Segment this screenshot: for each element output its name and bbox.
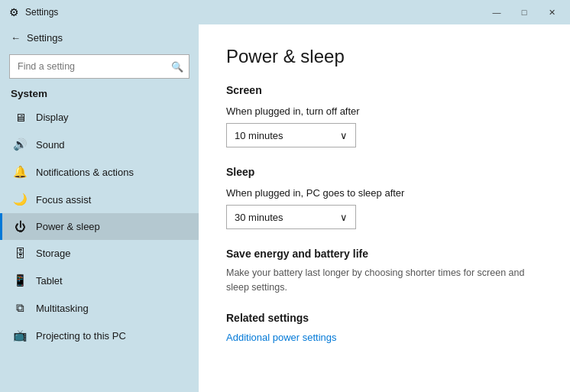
- back-arrow-icon: ←: [11, 32, 21, 44]
- sidebar-item-storage[interactable]: 🗄 Storage: [0, 240, 199, 267]
- sidebar-item-label: Focus assist: [36, 194, 91, 206]
- sleep-section: Sleep When plugged in, PC goes to sleep …: [226, 166, 542, 229]
- energy-section-title: Save energy and battery life: [226, 248, 542, 260]
- page-title: Power & sleep: [226, 46, 542, 67]
- sidebar-item-label: Notifications & actions: [36, 167, 134, 178]
- multitasking-icon: ⧉: [13, 301, 27, 315]
- sidebar-item-multitasking[interactable]: ⧉ Multitasking: [0, 294, 199, 322]
- main-panel: Power & sleep Screen When plugged in, tu…: [199, 24, 570, 392]
- minimize-button[interactable]: —: [484, 4, 509, 21]
- storage-icon: 🗄: [13, 247, 27, 260]
- sleep-dropdown-value: 30 minutes: [235, 212, 283, 223]
- sidebar-back-button[interactable]: ← Settings: [0, 24, 199, 51]
- sidebar-item-label: Storage: [36, 248, 71, 259]
- sidebar-back-label: Settings: [27, 32, 63, 44]
- sidebar-item-power[interactable]: ⏻ Power & sleep: [0, 213, 199, 240]
- sidebar-item-projecting[interactable]: 📺 Projecting to this PC: [0, 322, 199, 349]
- sidebar-item-notifications[interactable]: 🔔 Notifications & actions: [0, 158, 199, 186]
- related-section: Related settings Additional power settin…: [226, 312, 542, 344]
- sleep-setting-label: When plugged in, PC goes to sleep after: [226, 187, 542, 199]
- tablet-icon: 📱: [13, 274, 27, 287]
- sidebar-item-label: Tablet: [36, 275, 63, 287]
- screen-setting-label: When plugged in, turn off after: [226, 105, 542, 117]
- sidebar-item-display[interactable]: 🖥 Display: [0, 104, 199, 131]
- screen-section: Screen When plugged in, turn off after 1…: [226, 84, 542, 147]
- sidebar-item-label: Projecting to this PC: [36, 330, 126, 342]
- sidebar-item-label: Power & sleep: [36, 221, 100, 232]
- sidebar-search-container: 🔍: [9, 54, 189, 79]
- sleep-dropdown[interactable]: 30 minutes ∨: [226, 205, 356, 229]
- sleep-chevron-down-icon: ∨: [340, 212, 348, 223]
- title-bar-controls: — □ ✕: [484, 4, 564, 21]
- sidebar-item-focus[interactable]: 🌙 Focus assist: [0, 186, 199, 213]
- search-input[interactable]: [9, 54, 189, 79]
- maximize-button[interactable]: □: [512, 4, 536, 21]
- sound-icon: 🔊: [13, 138, 27, 151]
- screen-dropdown-value: 10 minutes: [235, 130, 283, 141]
- title-bar-title: Settings: [25, 7, 58, 18]
- screen-section-title: Screen: [226, 84, 542, 96]
- settings-icon: ⚙: [9, 6, 19, 18]
- energy-section-description: Make your battery last longer by choosin…: [226, 266, 542, 295]
- notifications-icon: 🔔: [13, 165, 27, 179]
- sidebar-item-label: Sound: [36, 139, 65, 151]
- close-button[interactable]: ✕: [539, 4, 564, 21]
- related-section-title: Related settings: [226, 312, 542, 324]
- title-bar: ⚙ Settings — □ ✕: [0, 0, 570, 24]
- additional-power-settings-link[interactable]: Additional power settings: [226, 332, 337, 343]
- sidebar-item-label: Multitasking: [36, 303, 89, 314]
- sidebar-item-sound[interactable]: 🔊 Sound: [0, 131, 199, 158]
- display-icon: 🖥: [13, 111, 27, 124]
- title-bar-left: ⚙ Settings: [9, 6, 58, 18]
- screen-chevron-down-icon: ∨: [340, 130, 348, 141]
- focus-icon: 🌙: [13, 193, 27, 206]
- sidebar-section-label: System: [0, 86, 199, 104]
- sidebar-item-tablet[interactable]: 📱 Tablet: [0, 267, 199, 294]
- projecting-icon: 📺: [13, 329, 27, 342]
- app-body: ← Settings 🔍 System 🖥 Display 🔊 Sound 🔔 …: [0, 24, 570, 392]
- sidebar-item-label: Display: [36, 112, 69, 123]
- sleep-section-title: Sleep: [226, 166, 542, 178]
- energy-section: Save energy and battery life Make your b…: [226, 248, 542, 295]
- sidebar: ← Settings 🔍 System 🖥 Display 🔊 Sound 🔔 …: [0, 24, 199, 392]
- power-icon: ⏻: [13, 220, 27, 233]
- screen-dropdown[interactable]: 10 minutes ∨: [226, 123, 356, 147]
